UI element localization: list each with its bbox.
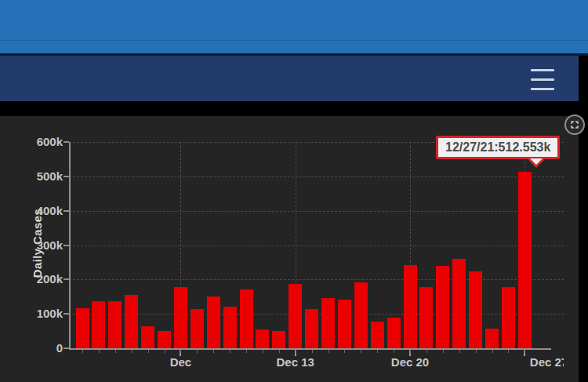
y-tick-label: 0	[0, 341, 63, 355]
y-axis-tick	[64, 313, 69, 315]
y-axis-line	[69, 142, 71, 348]
day-tick	[263, 350, 263, 353]
y-axis-tick	[64, 176, 69, 177]
x-tick-label: Dec 20	[391, 355, 429, 369]
daily-cases-bar[interactable]	[469, 271, 482, 348]
y-tick-label: 100k	[0, 307, 63, 321]
daily-cases-bar[interactable]	[125, 295, 138, 348]
tooltip-text: 12/27/21:512.553k	[445, 140, 550, 154]
h-gridline	[69, 246, 564, 246]
spacer-strip	[0, 101, 588, 116]
daily-cases-bar[interactable]	[321, 298, 335, 348]
expand-arrows-icon	[568, 118, 581, 131]
day-tick	[377, 350, 378, 353]
daily-cases-bar[interactable]	[371, 322, 384, 348]
h-gridline	[69, 279, 564, 280]
day-tick	[459, 350, 460, 353]
day-tick	[132, 350, 132, 353]
app-header-bar	[0, 0, 588, 53]
daily-cases-bar[interactable]	[108, 301, 122, 348]
daily-cases-bar[interactable]	[141, 326, 154, 348]
day-tick	[99, 350, 100, 353]
daily-cases-bar[interactable]	[174, 287, 187, 348]
y-axis-tick	[64, 347, 69, 349]
day-tick	[148, 350, 149, 353]
day-tick	[476, 350, 477, 353]
y-tick-label: 600k	[0, 135, 63, 149]
daily-cases-bar[interactable]	[191, 309, 204, 348]
day-tick	[312, 350, 313, 353]
daily-cases-bar[interactable]	[289, 284, 302, 348]
daily-cases-chart-panel: Daily Cases 0100k200k300k400k500k600k De…	[0, 116, 579, 382]
h-gridline	[69, 176, 564, 177]
h-gridline	[69, 211, 564, 212]
y-tick-label: 400k	[0, 204, 63, 218]
daily-cases-bar[interactable]	[240, 289, 253, 348]
day-tick	[296, 350, 296, 353]
daily-cases-bar[interactable]	[436, 266, 449, 348]
day-tick	[426, 350, 427, 353]
daily-cases-bar[interactable]	[305, 309, 318, 348]
daily-cases-bar[interactable]	[354, 282, 368, 348]
daily-cases-bar[interactable]	[223, 307, 237, 348]
day-tick	[344, 350, 345, 353]
daily-cases-bar[interactable]	[76, 308, 89, 348]
x-tick-label: Dec	[170, 355, 192, 369]
day-tick	[394, 350, 394, 353]
day-tick	[328, 350, 329, 353]
day-tick	[180, 350, 181, 353]
day-tick	[230, 350, 230, 353]
day-tick	[165, 350, 165, 353]
x-tick-label: Dec 27	[530, 355, 564, 369]
day-tick	[492, 350, 493, 353]
y-tick-label: 200k	[0, 272, 63, 286]
daily-cases-bar[interactable]	[518, 172, 532, 348]
daily-cases-bar[interactable]	[387, 318, 401, 348]
y-axis-tick	[64, 141, 69, 143]
daily-cases-bar[interactable]	[338, 300, 351, 348]
nav-bar	[0, 56, 579, 101]
x-axis-labels: DecDec 13Dec 20Dec 27	[0, 355, 564, 373]
day-tick	[213, 350, 214, 353]
header-seam	[0, 40, 588, 41]
daily-cases-bar[interactable]	[92, 301, 105, 348]
daily-cases-bar[interactable]	[404, 265, 417, 348]
x-axis-line	[69, 348, 551, 350]
daily-cases-bar[interactable]	[502, 287, 515, 348]
y-axis-tick	[64, 210, 69, 212]
daily-cases-bar[interactable]	[419, 287, 433, 348]
daily-cases-bar[interactable]	[485, 329, 499, 348]
expand-button[interactable]	[564, 115, 585, 135]
y-axis-tick	[64, 245, 69, 246]
daily-cases-bar[interactable]	[207, 297, 220, 348]
y-axis-tick	[64, 278, 69, 280]
daily-cases-bar[interactable]	[272, 331, 285, 348]
day-tick	[508, 350, 509, 353]
y-tick-label: 300k	[0, 238, 63, 253]
day-tick	[361, 350, 361, 353]
day-tick	[82, 350, 83, 353]
daily-cases-bar[interactable]	[452, 259, 466, 348]
day-tick	[524, 350, 525, 353]
chart-tooltip: 12/27/21:512.553k	[436, 136, 560, 159]
day-tick	[443, 350, 444, 353]
day-tick	[246, 350, 247, 353]
day-tick	[115, 350, 116, 353]
day-tick	[279, 350, 280, 353]
day-tick	[197, 350, 198, 353]
day-tick	[410, 350, 411, 353]
x-tick-label: Dec 13	[277, 355, 314, 369]
daily-cases-bar[interactable]	[256, 329, 269, 348]
daily-cases-bar[interactable]	[158, 331, 171, 348]
menu-button[interactable]	[527, 66, 558, 93]
y-tick-label: 500k	[0, 169, 63, 184]
